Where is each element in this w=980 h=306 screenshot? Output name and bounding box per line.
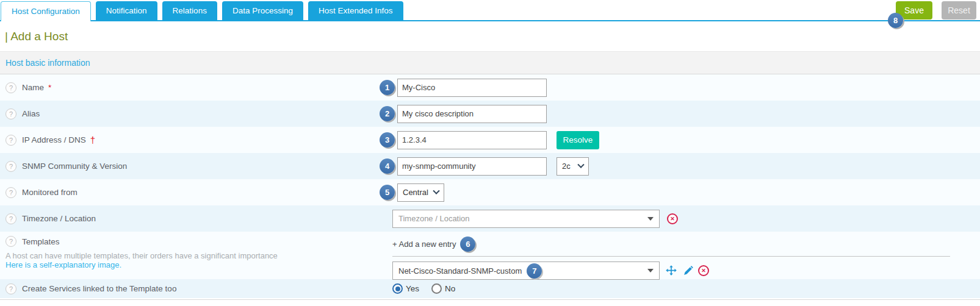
move-icon [665,265,677,277]
resolve-button[interactable]: Resolve [557,131,599,149]
move-template-icon[interactable] [665,265,677,277]
tab-host-configuration[interactable]: Host Configuration [1,1,91,21]
callout-badge-3: 3 [380,132,395,148]
snmp-version-value: 2c [562,162,571,171]
timezone-select[interactable]: Timezone / Location [392,210,660,228]
name-label: Name [22,83,44,92]
template-value: Net-Cisco-Standard-SNMP-custom [398,266,522,276]
tab-relations[interactable]: Relations [162,1,217,20]
callout-badge-4: 4 [380,158,395,174]
create-services-no-option[interactable]: No [431,283,455,294]
add-entry-label: + Add a new entry [392,240,456,249]
row-name: ? Name * 1 [0,74,980,101]
clear-timezone-icon[interactable]: ✕ [667,213,678,224]
ip-address-label: IP Address / DNS [22,135,86,144]
radio-no[interactable] [431,283,442,294]
edit-template-icon[interactable] [683,266,693,276]
remove-template-icon[interactable]: ✕ [698,265,709,276]
chevron-down-icon [433,187,439,194]
callout-badge-6: 6 [460,237,475,252]
help-icon[interactable]: ? [5,82,16,93]
help-icon[interactable]: ? [5,213,16,224]
chevron-down-icon [577,161,584,168]
help-icon[interactable]: ? [5,161,16,172]
name-input[interactable] [397,79,547,97]
create-services-yes-option[interactable]: Yes [392,283,419,294]
help-icon[interactable]: ? [5,283,16,294]
help-icon[interactable]: ? [5,236,16,247]
alias-input[interactable] [397,105,547,123]
add-template-entry[interactable]: + Add a new entry 6 [392,236,475,252]
snmp-community-input[interactable] [397,157,547,176]
row-templates: ? Templates A host can have multiple tem… [0,232,980,279]
page-title: | Add a Host [0,21,980,51]
templates-help-link[interactable]: Here is a self-explanatory image. [5,260,121,270]
callout-badge-8: 8 [888,13,903,28]
tab-bar: Host Configuration Notification Relation… [0,0,980,21]
toolbar-actions: Save Reset [896,1,976,20]
callout-badge-1: 1 [380,80,395,95]
alias-label: Alias [22,109,40,118]
create-services-label: Create Services linked to the Template t… [22,284,176,293]
radio-yes[interactable] [392,283,403,294]
bottom-divider [0,299,980,300]
timezone-label: Timezone / Location [22,214,96,223]
callout-badge-5: 5 [380,185,395,200]
monitored-from-label: Monitored from [22,188,77,197]
callout-badge-7: 7 [527,263,542,279]
tab-notification[interactable]: Notification [96,1,157,20]
row-timezone: ? Timezone / Location Timezone / Locatio… [0,205,980,232]
ip-address-input[interactable] [397,131,547,149]
pencil-icon [683,266,693,276]
monitored-from-value: Central [403,188,428,197]
help-icon[interactable]: ? [5,109,16,119]
dropdown-arrow-icon [647,217,654,221]
section-header: Host basic information [0,51,980,74]
dropdown-arrow-icon [647,269,654,272]
snmp-version-select[interactable]: 2c [557,157,589,176]
row-monitored-from: ? Monitored from 5 Central [0,179,980,205]
help-icon[interactable]: ? [5,187,16,198]
templates-label: Templates [22,237,60,246]
monitored-from-select[interactable]: Central [397,183,444,202]
tab-data-processing[interactable]: Data Processing [222,1,303,20]
yes-label: Yes [406,284,419,293]
row-alias: ? Alias 2 [0,101,980,127]
help-icon[interactable]: ? [5,135,16,146]
required-mark: † [90,135,95,145]
row-ip-address: ? IP Address / DNS † 3 Resolve [0,127,980,153]
template-list-separator [392,256,950,257]
tab-host-extended-infos[interactable]: Host Extended Infos [308,1,403,20]
timezone-placeholder: Timezone / Location [398,214,470,223]
templates-note: A host can have multiple templates, thei… [5,251,278,260]
add-host-page: Host Configuration Notification Relation… [0,0,980,300]
snmp-label: SNMP Community & Version [22,162,127,171]
callout-badge-2: 2 [380,106,395,121]
required-asterisk: * [48,83,51,92]
reset-button[interactable]: Reset [942,1,976,20]
row-create-services: ? Create Services linked to the Template… [0,279,980,298]
template-select[interactable]: Net-Cisco-Standard-SNMP-custom 7 [392,262,660,280]
row-snmp: ? SNMP Community & Version 4 2c [0,153,980,179]
no-label: No [445,284,455,293]
